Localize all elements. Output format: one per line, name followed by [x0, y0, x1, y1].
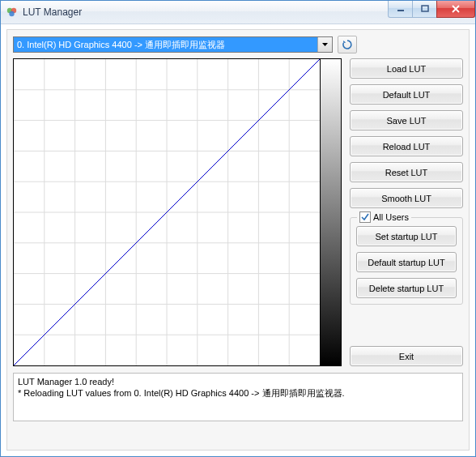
delete-startup-lut-button[interactable]: Delete startup LUT	[356, 278, 457, 298]
chart-wrap	[13, 58, 342, 366]
main-area: Load LUT Default LUT Save LUT Reload LUT…	[13, 58, 463, 366]
reload-lut-button[interactable]: Reload LUT	[350, 136, 463, 156]
set-startup-lut-button[interactable]: Set startup LUT	[356, 226, 457, 246]
minimize-button[interactable]	[388, 1, 413, 18]
save-lut-button[interactable]: Save LUT	[350, 110, 463, 130]
smooth-lut-button[interactable]: Smooth LUT	[350, 188, 463, 208]
maximize-button[interactable]	[412, 1, 437, 18]
device-selected: 0. Intel(R) HD Graphics 4400 -> 通用即插即用监视…	[14, 37, 317, 52]
default-startup-lut-button[interactable]: Default startup LUT	[356, 252, 457, 272]
app-window: LUT Manager 0. Intel(R) HD Graphics 4400…	[0, 0, 476, 457]
dropdown-arrow-icon[interactable]	[317, 37, 332, 52]
all-users-legend[interactable]: All Users	[357, 211, 411, 223]
log-panel[interactable]: LUT Manager 1.0 ready! * Reloading LUT v…	[13, 373, 463, 421]
exit-button[interactable]: Exit	[350, 346, 463, 366]
log-line: * Reloading LUT values from 0. Intel(R) …	[18, 387, 458, 399]
reset-lut-button[interactable]: Reset LUT	[350, 162, 463, 182]
device-dropdown[interactable]: 0. Intel(R) HD Graphics 4400 -> 通用即插即用监视…	[13, 36, 333, 53]
svg-rect-3	[397, 10, 404, 11]
sidebar: Load LUT Default LUT Save LUT Reload LUT…	[350, 58, 463, 366]
log-line: LUT Manager 1.0 ready!	[18, 376, 458, 387]
load-lut-button[interactable]: Load LUT	[350, 58, 463, 79]
all-users-checkbox[interactable]	[359, 211, 371, 223]
gradient-bar	[321, 58, 342, 366]
app-icon	[6, 6, 19, 19]
window-title: LUT Manager	[23, 6, 82, 18]
svg-point-2	[9, 11, 14, 16]
lut-chart	[13, 58, 321, 366]
client-area: 0. Intel(R) HD Graphics 4400 -> 通用即插即用监视…	[6, 29, 470, 451]
close-button[interactable]	[436, 1, 475, 18]
window-controls	[389, 1, 475, 18]
svg-rect-4	[422, 6, 428, 11]
titlebar[interactable]: LUT Manager	[1, 1, 475, 24]
all-users-label: All Users	[373, 212, 409, 222]
top-row: 0. Intel(R) HD Graphics 4400 -> 通用即插即用监视…	[13, 36, 463, 53]
all-users-group: All Users Set startup LUT Default startu…	[350, 217, 463, 305]
default-lut-button[interactable]: Default LUT	[350, 84, 463, 105]
refresh-button[interactable]	[338, 36, 357, 53]
